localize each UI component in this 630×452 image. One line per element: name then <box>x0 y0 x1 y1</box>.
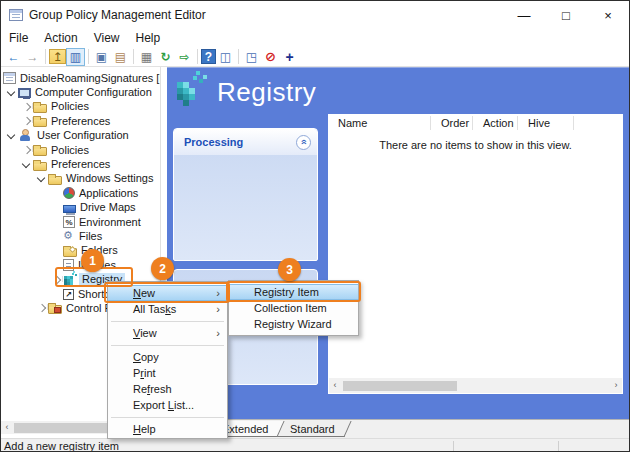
export-list-icon[interactable]: ⇨ <box>175 48 194 66</box>
processing-panel-title: Processing <box>184 136 243 148</box>
up-one-level-icon[interactable]: ↥ <box>49 49 66 64</box>
column-header-name[interactable]: Name <box>328 114 431 134</box>
shortcuts-icon <box>63 289 74 300</box>
tree-item-user-configuration[interactable]: User Configuration <box>1 129 160 143</box>
tree-item-windows-settings[interactable]: Windows Settings <box>1 172 160 186</box>
submenu-item-registry-wizard[interactable]: Registry Wizard <box>229 316 358 332</box>
files-icon <box>63 230 75 242</box>
registry-header: Registry <box>175 74 316 110</box>
drive-maps-icon <box>63 205 76 213</box>
step-badge-3: 3 <box>278 258 301 281</box>
highlight-box-registry-item <box>226 281 361 302</box>
registry-panel-title: Registry <box>217 74 316 110</box>
prohibit-icon[interactable]: ⊘ <box>261 48 280 66</box>
empty-list-message: There are no items to show in this view. <box>328 139 623 151</box>
toolbar-separator <box>197 49 198 64</box>
scrollbar-thumb[interactable] <box>343 381 457 391</box>
close-button[interactable]: × <box>587 1 629 29</box>
list-horizontal-scrollbar[interactable]: ‹ › <box>329 378 622 393</box>
tree-item-policies[interactable]: Policies <box>1 143 160 157</box>
tree-item-preferences[interactable]: Preferences <box>1 157 160 171</box>
add-icon[interactable]: + <box>280 48 299 66</box>
list-column-headers: Name Order Action Hive <box>328 114 623 134</box>
chevron-none <box>51 202 63 214</box>
column-header-action[interactable]: Action <box>473 114 518 134</box>
folder-icon <box>33 147 47 156</box>
menu-bar: File Action View Help <box>1 29 629 47</box>
new-window-icon[interactable]: ◫ <box>216 48 235 66</box>
menu-separator <box>108 413 227 421</box>
registry-cubes-icon <box>175 74 209 108</box>
chevron-none <box>51 216 63 228</box>
submenu-item-collection-item[interactable]: Collection Item <box>229 300 358 316</box>
tree-item-files[interactable]: Files <box>1 229 160 243</box>
tree-item-drive-maps[interactable]: Drive Maps <box>1 201 160 215</box>
tab-standard[interactable]: Standard <box>273 421 351 437</box>
tree-item-folders[interactable]: Folders <box>1 244 160 258</box>
show-console-tree-icon[interactable]: ▥ <box>66 48 85 66</box>
back-icon[interactable]: ← <box>4 48 23 66</box>
scroll-left-icon[interactable]: ‹ <box>1 421 13 434</box>
tree-item-computer-configuration[interactable]: Computer Configuration <box>1 85 160 99</box>
registry-context-menu: New › All Tasks › View › Copy Print Refr… <box>107 281 228 439</box>
context-menu-item-export-list[interactable]: Export List... <box>108 397 227 413</box>
collapse-chevron-button[interactable]: » <box>296 135 311 150</box>
chevron-up-icon: » <box>299 139 309 145</box>
tree-item-environment[interactable]: Environment <box>1 215 160 229</box>
menu-separator <box>108 341 227 349</box>
menu-action[interactable]: Action <box>36 29 85 47</box>
context-menu-item-refresh[interactable]: Refresh <box>108 381 227 397</box>
context-menu-item-copy[interactable]: Copy <box>108 349 227 365</box>
chevron-expanded-icon[interactable] <box>21 159 33 171</box>
toolbar-separator <box>133 49 134 64</box>
user-icon <box>18 129 33 142</box>
tree-item-applications[interactable]: Applications <box>1 186 160 200</box>
app-console-icon <box>9 9 23 21</box>
computer-icon <box>18 88 31 98</box>
scroll-right-icon[interactable]: › <box>610 379 622 392</box>
menu-separator <box>108 317 227 325</box>
scroll-left-icon[interactable]: ‹ <box>329 379 341 392</box>
context-menu-item-view[interactable]: View › <box>108 325 227 341</box>
window-title: Group Policy Management Editor <box>29 8 206 22</box>
tree-item-policies[interactable]: Policies <box>1 100 160 114</box>
chevron-none <box>51 187 63 199</box>
status-separator <box>453 441 454 451</box>
console-icon <box>3 72 16 84</box>
print-icon[interactable]: ▦ <box>137 48 156 66</box>
properties-icon[interactable]: ◳ <box>242 48 261 66</box>
chevron-expanded-icon[interactable] <box>36 173 48 185</box>
copy-icon[interactable]: ▣ <box>92 48 111 66</box>
tree-item-root[interactable]: DisableRoamingSignatures [EX2 <box>1 71 160 85</box>
column-header-order[interactable]: Order <box>431 114 473 134</box>
scrollbar-thumb[interactable] <box>14 423 107 433</box>
refresh-icon[interactable]: ↻ <box>156 48 175 66</box>
toolbar-separator <box>88 49 89 64</box>
menu-file[interactable]: File <box>1 29 36 47</box>
chevron-expanded-icon[interactable] <box>6 130 18 142</box>
tree-item-preferences[interactable]: Preferences <box>1 114 160 128</box>
folder-icon <box>48 176 62 185</box>
chevron-collapsed-icon[interactable] <box>36 302 48 314</box>
menu-view[interactable]: View <box>86 29 128 47</box>
chevron-collapsed-icon[interactable] <box>21 115 33 127</box>
folder-icon <box>33 162 47 171</box>
column-header-hive[interactable]: Hive <box>518 114 574 134</box>
control-panel-icon <box>48 305 62 314</box>
paste-icon[interactable]: ▤ <box>111 48 130 66</box>
submenu-arrow-icon: › <box>216 325 220 341</box>
chevron-expanded-icon[interactable] <box>6 87 18 99</box>
folder-icon <box>33 104 47 113</box>
context-menu-item-help[interactable]: Help <box>108 421 227 437</box>
context-menu-item-print[interactable]: Print <box>108 365 227 381</box>
chevron-collapsed-icon[interactable] <box>21 144 33 156</box>
menu-help[interactable]: Help <box>128 29 169 47</box>
highlight-box-new <box>104 282 230 303</box>
help-icon[interactable]: ? <box>201 49 216 64</box>
processing-task-panel: Processing » <box>173 128 318 261</box>
chevron-collapsed-icon[interactable] <box>21 101 33 113</box>
minimize-button[interactable]: — <box>503 1 545 29</box>
maximize-button[interactable]: □ <box>545 1 587 29</box>
forward-icon[interactable]: → <box>23 48 42 66</box>
context-menu-item-all-tasks[interactable]: All Tasks › <box>108 301 227 317</box>
